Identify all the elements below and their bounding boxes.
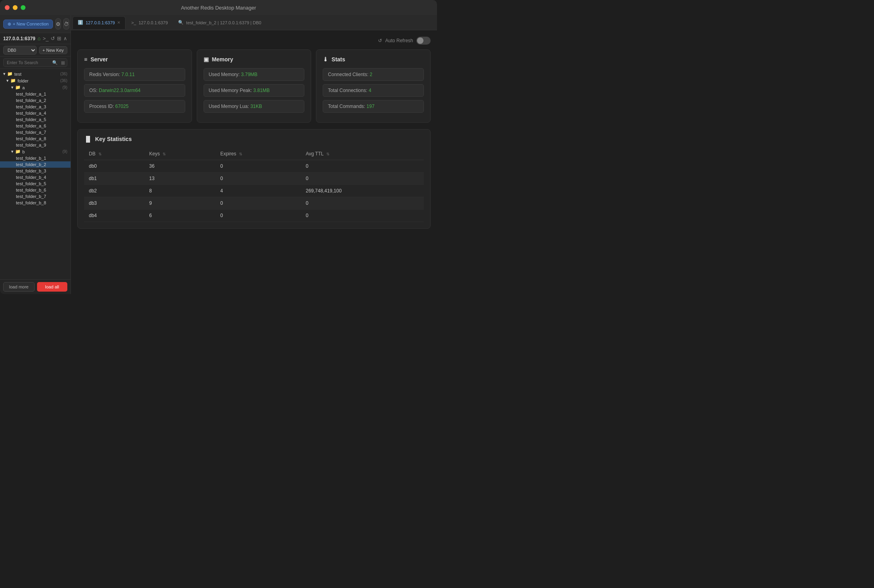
key-statistics-title: ▐▌ Key Statistics	[84, 136, 424, 142]
table-row: db3900	[84, 197, 424, 210]
tree-item-test_folder_b_6[interactable]: test_folder_b_6	[0, 187, 71, 193]
sort-icon-expires: ⇅	[239, 152, 242, 156]
stats-card-title: 🌡 Stats	[323, 56, 424, 63]
sidebar-connection: 127.0.0.1:6379 ⌂ >_ ↺ ⊞ ∧	[0, 33, 71, 44]
tab-icon-info: ℹ️	[78, 20, 83, 25]
new-key-button[interactable]: + New Key	[39, 46, 68, 54]
tree-item-b[interactable]: ▾ 📁 b(9)	[0, 148, 71, 155]
new-connection-label: + New Connection	[13, 22, 49, 26]
tab-icon-key: 🔍	[178, 20, 184, 25]
server-card-title: ≡ Server	[84, 56, 185, 63]
tab-icon-terminal: >_	[131, 20, 136, 25]
tab-close-info[interactable]: ✕	[117, 20, 120, 25]
tree-item-a[interactable]: ▾ 📁 a(9)	[0, 84, 71, 91]
clock-button[interactable]: ⏱	[63, 18, 69, 29]
col-keys[interactable]: Keys ⇅	[144, 148, 215, 160]
tree-item-test_folder_a_5[interactable]: test_folder_a_5	[0, 116, 71, 123]
search-icon: 🔍	[52, 60, 58, 65]
tabs-bar: ℹ️127.0.0.1:6379✕>_127.0.0.1:6379🔍test_f…	[71, 15, 437, 30]
sort-icon-keys: ⇅	[163, 152, 166, 156]
tree-item-test_folder_b_8[interactable]: test_folder_b_8	[0, 200, 71, 206]
plus-icon: ⊕	[8, 22, 11, 27]
tab-label-terminal: 127.0.0.1:6379	[139, 20, 168, 25]
bar-chart-icon: ▐▌	[84, 136, 92, 142]
minimize-button[interactable]	[13, 5, 18, 10]
info-row-used-memory-peak-: Used Memory Peak: 3.81MB	[204, 84, 305, 97]
titlebar: Another Redis Desktop Manager	[0, 0, 437, 15]
connection-icons: ⌂ >_ ↺ ⊞ ∧	[37, 35, 67, 41]
search-row: 🔍 ▦	[0, 57, 71, 69]
info-row-total-commands-: Total Commands: 197	[323, 100, 424, 113]
tree-item-folder[interactable]: ▾ 📁 folder(36)	[0, 77, 71, 84]
auto-refresh-label: Auto Refresh	[385, 38, 413, 43]
sidebar: ⊕ + New Connection ⚙ ⏱ 127.0.0.1:6379 ⌂ …	[0, 15, 71, 294]
tab-key[interactable]: 🔍test_folder_b_2 | 127.0.0.1:6379 | DB0	[173, 16, 266, 29]
grid-icon[interactable]: ⊞	[57, 35, 61, 41]
tab-info[interactable]: ℹ️127.0.0.1:6379✕	[73, 16, 125, 29]
auto-refresh-toggle[interactable]	[416, 37, 431, 45]
sidebar-db-row: DB0 DB1 DB2 DB3 + New Key	[0, 44, 71, 57]
load-all-button[interactable]: load all	[37, 282, 68, 292]
new-connection-button[interactable]: ⊕ + New Connection	[3, 20, 53, 29]
tree-item-test_folder_a_8[interactable]: test_folder_a_8	[0, 135, 71, 142]
maximize-button[interactable]	[21, 5, 25, 10]
db-selector[interactable]: DB0 DB1 DB2 DB3	[3, 46, 37, 55]
tree-item-test_folder_b_4[interactable]: test_folder_b_4	[0, 174, 71, 180]
traffic-lights	[5, 5, 25, 10]
tab-label-info: 127.0.0.1:6379	[86, 20, 115, 25]
stats-card: 🌡 Stats Connected Clients: 2Total Connec…	[316, 49, 431, 123]
main-content: ↺ Auto Refresh ≡ Server Redis Version: 7…	[71, 30, 437, 294]
auto-refresh-bar: ↺ Auto Refresh	[77, 37, 431, 45]
col-db[interactable]: DB ⇅	[84, 148, 144, 160]
tab-terminal[interactable]: >_127.0.0.1:6379	[126, 16, 172, 29]
tree-item-test_folder_a_2[interactable]: test_folder_a_2	[0, 97, 71, 104]
table-row: db03600	[84, 160, 424, 172]
key-statistics-section: ▐▌ Key Statistics DB ⇅ Keys ⇅ Expires ⇅ …	[77, 129, 431, 229]
tree-item-test_folder_b_1[interactable]: test_folder_b_1	[0, 155, 71, 161]
info-row-used-memory-lua-: Used Memory Lua: 31KB	[204, 100, 305, 113]
col-expires[interactable]: Expires ⇅	[216, 148, 301, 160]
tree-item-test_folder_b_2[interactable]: test_folder_b_2	[0, 161, 71, 168]
info-row-used-memory-: Used Memory: 3.79MB	[204, 68, 305, 81]
tree-item-test_folder_b_3[interactable]: test_folder_b_3	[0, 168, 71, 174]
tree-item-test_folder_b_7[interactable]: test_folder_b_7	[0, 193, 71, 200]
sort-icon-db: ⇅	[98, 152, 102, 156]
refresh-icon[interactable]: ↺	[51, 35, 55, 41]
table-row: db4600	[84, 210, 424, 222]
main-layout: ⊕ + New Connection ⚙ ⏱ 127.0.0.1:6379 ⌂ …	[0, 15, 437, 294]
collapse-icon[interactable]: ∧	[63, 35, 67, 41]
sidebar-toolbar: ⊕ + New Connection ⚙ ⏱	[0, 15, 71, 33]
tree-item-test_folder_a_4[interactable]: test_folder_a_4	[0, 110, 71, 116]
tree-item-test_folder_a_6[interactable]: test_folder_a_6	[0, 123, 71, 129]
table-row: db284269,748,419,100	[84, 185, 424, 197]
load-more-button[interactable]: load more	[3, 282, 35, 292]
tree-item-test_folder_a_3[interactable]: test_folder_a_3	[0, 104, 71, 110]
info-row-total-connections-: Total Connections: 4	[323, 84, 424, 97]
stats-icon: 🌡	[323, 56, 328, 63]
settings-button[interactable]: ⚙	[55, 18, 61, 29]
refresh-small-icon: ↺	[378, 38, 382, 43]
home-icon[interactable]: ⌂	[37, 35, 41, 41]
tree-container[interactable]: ▾ 📁 test(36)▾ 📁 folder(36)▾ 📁 a(9) test_…	[0, 69, 71, 279]
tree-item-test_folder_b_5[interactable]: test_folder_b_5	[0, 180, 71, 187]
gear-icon: ⚙	[56, 21, 61, 27]
info-row-os-: OS: Darwin22.3.0arm64	[84, 84, 185, 97]
tree-item-test_folder_a_9[interactable]: test_folder_a_9	[0, 142, 71, 148]
tree-item-test[interactable]: ▾ 📁 test(36)	[0, 71, 71, 77]
col-avgtll[interactable]: Avg TTL ⇅	[301, 148, 424, 160]
search-wrap: 🔍 ▦	[3, 58, 67, 67]
close-button[interactable]	[5, 5, 10, 10]
server-icon: ≡	[84, 56, 87, 63]
info-row-connected-clients-: Connected Clients: 2	[323, 68, 424, 81]
clock-icon: ⏱	[64, 21, 69, 27]
connection-name: 127.0.0.1:6379	[3, 36, 35, 41]
search-grid-icon: ▦	[61, 60, 65, 65]
terminal-icon[interactable]: >_	[43, 35, 49, 41]
info-row-process-id-: Process ID: 67025	[84, 100, 185, 113]
sidebar-footer: load more load all	[0, 279, 71, 294]
memory-icon: ▣	[204, 56, 209, 63]
memory-card: ▣ Memory Used Memory: 3.79MBUsed Memory …	[197, 49, 312, 123]
tab-label-key: test_folder_b_2 | 127.0.0.1:6379 | DB0	[186, 20, 261, 25]
tree-item-test_folder_a_7[interactable]: test_folder_a_7	[0, 129, 71, 135]
tree-item-test_folder_a_1[interactable]: test_folder_a_1	[0, 91, 71, 97]
